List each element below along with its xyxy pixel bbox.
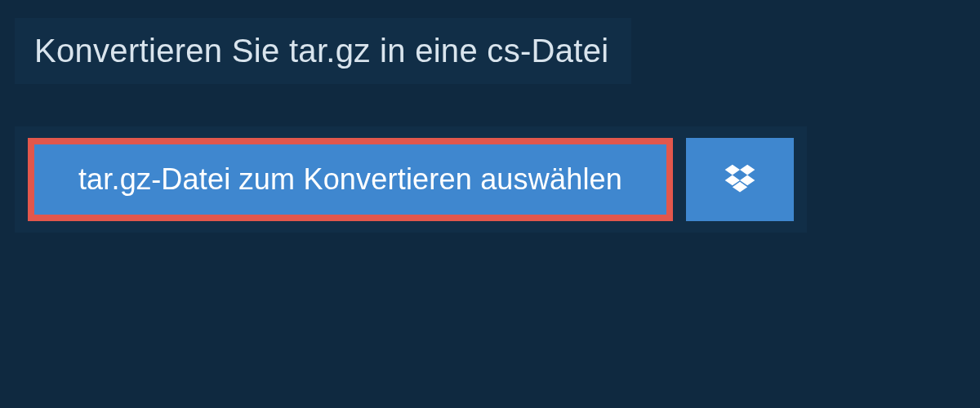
- select-file-button[interactable]: tar.gz-Datei zum Konvertieren auswählen: [28, 138, 673, 221]
- page-title: Konvertieren Sie tar.gz in eine cs-Datei: [34, 33, 608, 69]
- dropbox-icon: [722, 162, 758, 197]
- file-select-row: tar.gz-Datei zum Konvertieren auswählen: [15, 126, 807, 233]
- select-file-label: tar.gz-Datei zum Konvertieren auswählen: [78, 162, 622, 197]
- dropbox-button[interactable]: [686, 138, 794, 221]
- title-bar: Konvertieren Sie tar.gz in eine cs-Datei: [15, 18, 631, 84]
- converter-card: Konvertieren Sie tar.gz in eine cs-Datei: [15, 18, 631, 84]
